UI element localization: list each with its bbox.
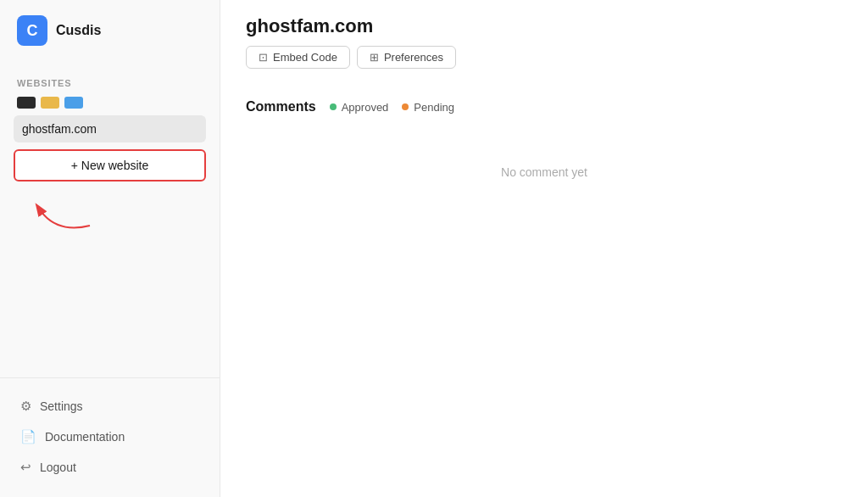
pending-dot xyxy=(402,103,409,110)
new-website-button[interactable]: + New website xyxy=(14,149,206,181)
approved-filter[interactable]: Approved xyxy=(330,101,389,114)
documentation-icon: 📄 xyxy=(20,429,36,444)
dot-blue xyxy=(64,97,83,109)
new-website-label: + New website xyxy=(71,159,148,172)
website-name: ghostfam.com xyxy=(22,122,97,136)
app-name: Cusdis xyxy=(56,23,101,38)
comments-section: Comments Approved Pending No comment yet xyxy=(246,99,843,179)
embed-code-button[interactable]: ⊡ Embed Code xyxy=(246,46,350,69)
comments-header: Comments Approved Pending xyxy=(246,99,843,114)
preferences-icon: ⊞ xyxy=(370,51,379,64)
sidebar-content: WEBSITES ghostfam.com + New website xyxy=(0,61,220,377)
website-color-dots xyxy=(14,97,206,109)
arrow-annotation xyxy=(14,192,206,234)
no-comment-text: No comment yet xyxy=(501,165,587,179)
sidebar-item-settings[interactable]: ⚙ Settings xyxy=(14,392,206,421)
preferences-label: Preferences xyxy=(384,51,443,64)
preferences-button[interactable]: ⊞ Preferences xyxy=(357,46,456,69)
sidebar: C Cusdis WEBSITES ghostfam.com + New web… xyxy=(0,0,220,497)
documentation-label: Documentation xyxy=(45,430,125,444)
comments-title: Comments xyxy=(246,99,316,114)
sidebar-bottom-nav: ⚙ Settings 📄 Documentation ↩ Logout xyxy=(0,377,220,497)
settings-label: Settings xyxy=(40,399,83,413)
app-logo-icon: C xyxy=(17,15,47,46)
no-comment-message: No comment yet xyxy=(246,165,843,179)
dot-yellow xyxy=(41,97,59,109)
sidebar-item-documentation[interactable]: 📄 Documentation xyxy=(14,422,206,451)
logo-area: C Cusdis xyxy=(0,0,220,61)
site-title: ghostfam.com xyxy=(246,15,843,37)
website-item[interactable]: ghostfam.com xyxy=(14,115,206,142)
embed-code-icon: ⊡ xyxy=(259,51,268,64)
approved-dot xyxy=(330,103,337,110)
websites-section-label: WEBSITES xyxy=(14,78,206,88)
main-header: ghostfam.com ⊡ Embed Code ⊞ Preferences xyxy=(246,15,843,69)
sidebar-item-logout[interactable]: ↩ Logout xyxy=(14,453,206,482)
pending-label: Pending xyxy=(414,101,454,114)
arrow-icon xyxy=(22,192,98,234)
approved-label: Approved xyxy=(342,101,389,114)
logo-letter: C xyxy=(27,22,38,40)
logout-label: Logout xyxy=(40,461,76,474)
embed-code-label: Embed Code xyxy=(273,51,337,64)
pending-filter[interactable]: Pending xyxy=(402,101,454,114)
dot-black xyxy=(17,97,36,109)
settings-icon: ⚙ xyxy=(20,399,31,414)
action-buttons: ⊡ Embed Code ⊞ Preferences xyxy=(246,46,843,69)
logout-icon: ↩ xyxy=(20,460,31,475)
main-content: ghostfam.com ⊡ Embed Code ⊞ Preferences … xyxy=(220,0,868,497)
